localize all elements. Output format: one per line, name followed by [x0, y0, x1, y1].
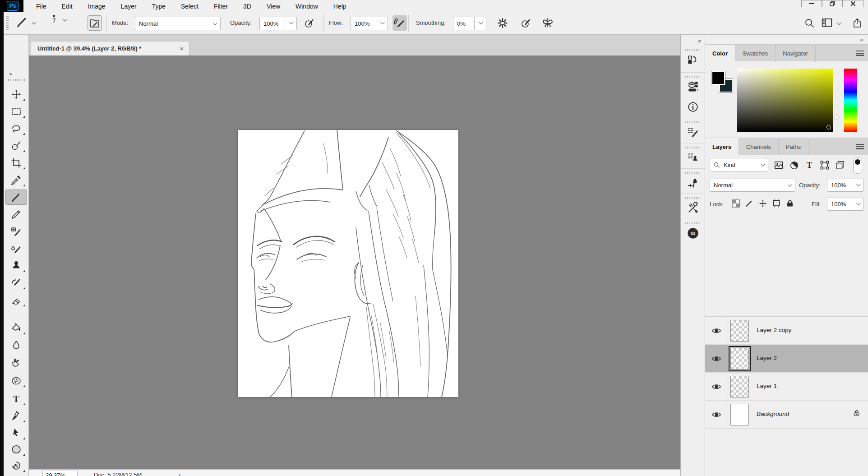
dock-collapse-button[interactable]: »: [860, 37, 863, 43]
tab-layers[interactable]: Layers: [705, 138, 739, 155]
menu-image[interactable]: Image: [88, 3, 106, 10]
layers-opacity-select[interactable]: 100%: [827, 179, 864, 192]
blend-mode-select[interactable]: Normal: [710, 179, 795, 192]
lock-position-icon[interactable]: [757, 198, 768, 209]
toolbar-expand-button[interactable]: »: [9, 71, 13, 77]
layer-name[interactable]: Layer 2: [757, 355, 777, 361]
tool-preset-picker[interactable]: [16, 16, 36, 28]
workspace-switcher[interactable]: [821, 17, 840, 28]
panel-grip[interactable]: [685, 49, 701, 51]
tool-crop[interactable]: [5, 155, 27, 171]
filter-shape-icon[interactable]: [819, 159, 831, 171]
layer-name[interactable]: Layer 1: [757, 383, 777, 389]
tool-presets-panel-icon[interactable]: [687, 202, 699, 214]
layer-thumbnail[interactable]: [730, 320, 749, 342]
hue-slider[interactable]: [844, 69, 857, 132]
smoothing-options-button[interactable]: [495, 15, 510, 31]
tool-mixer-brush[interactable]: [5, 241, 27, 256]
close-tab-icon[interactable]: ×: [174, 45, 189, 52]
tool-rotate-view[interactable]: [5, 458, 27, 473]
info-panel-icon[interactable]: [687, 101, 699, 113]
tool-eraser[interactable]: [5, 292, 27, 308]
symmetry-button[interactable]: [540, 15, 555, 31]
search-button[interactable]: [802, 15, 817, 31]
tab-color[interactable]: Color: [705, 45, 735, 62]
strip-expand-button[interactable]: «: [698, 38, 701, 44]
smoothing-select[interactable]: 0%: [453, 17, 486, 30]
menu-window[interactable]: Window: [295, 3, 318, 10]
lock-all-icon[interactable]: [785, 198, 795, 209]
document-canvas[interactable]: [238, 130, 458, 397]
layer-thumbnail-selected[interactable]: [730, 348, 749, 370]
properties-panel-icon[interactable]: [687, 80, 699, 93]
panel-menu-icon[interactable]: [856, 51, 864, 56]
airbrush-toggle-button[interactable]: [392, 15, 407, 31]
hue-slider-pointer[interactable]: [835, 115, 839, 120]
visibility-toggle[interactable]: [705, 345, 728, 373]
tab-channels[interactable]: Channels: [739, 138, 779, 155]
layer-row-layer-2-copy[interactable]: Layer 2 copy: [705, 317, 868, 345]
tab-paths[interactable]: Paths: [779, 138, 808, 155]
tool-move[interactable]: [5, 87, 27, 102]
tool-blur[interactable]: [5, 337, 27, 353]
visibility-toggle[interactable]: [705, 373, 728, 401]
brushes-panel-icon[interactable]: [687, 176, 699, 189]
document-tab[interactable]: Untitled-1 @ 39.4% (Layer 2, RGB/8) * ×: [31, 41, 189, 55]
toggle-brush-settings-button[interactable]: [88, 15, 102, 31]
panel-menu-icon[interactable]: [856, 144, 864, 149]
opacity-dropdown-button[interactable]: [285, 17, 296, 30]
pressure-size-button[interactable]: [519, 15, 533, 31]
tool-sponge[interactable]: [5, 373, 27, 388]
filter-image-icon[interactable]: [773, 159, 785, 171]
restore-button[interactable]: [822, 0, 843, 7]
brush-settings-panel-icon[interactable]: [687, 126, 699, 139]
fill-dropdown-button[interactable]: [852, 198, 863, 210]
menu-edit[interactable]: Edit: [62, 3, 73, 10]
tool-pen[interactable]: [5, 408, 27, 424]
share-button[interactable]: [850, 15, 864, 31]
canvas-workspace[interactable]: [29, 55, 680, 469]
filter-smart-object-icon[interactable]: [834, 159, 846, 171]
panel-grip[interactable]: [685, 121, 701, 123]
filter-adjustment-icon[interactable]: [788, 159, 800, 171]
tool-smudge[interactable]: [5, 355, 27, 370]
tool-ellipse[interactable]: [5, 442, 27, 457]
lock-transparent-pixels-icon[interactable]: [730, 198, 741, 209]
layer-name[interactable]: Layer 2 copy: [757, 327, 791, 333]
menu-3d[interactable]: 3D: [243, 3, 251, 10]
smoothing-dropdown-button[interactable]: [474, 17, 486, 30]
visibility-toggle[interactable]: [705, 317, 728, 345]
toolbar-grip[interactable]: [8, 79, 25, 81]
menu-filter[interactable]: Filter: [214, 3, 228, 10]
mode-select[interactable]: Normal: [135, 17, 221, 30]
tool-history-brush[interactable]: [5, 275, 27, 291]
pressure-opacity-button[interactable]: [302, 15, 317, 31]
opacity-dropdown-button[interactable]: [852, 179, 863, 191]
menu-layer[interactable]: Layer: [121, 3, 137, 10]
tool-lasso[interactable]: [5, 121, 27, 136]
opacity-select[interactable]: 100%: [259, 17, 297, 30]
tool-brush[interactable]: [5, 189, 27, 205]
tool-pencil[interactable]: [5, 207, 27, 222]
status-options-chevron[interactable]: ›: [179, 471, 180, 476]
panel-grip[interactable]: [685, 197, 701, 199]
layer-row-layer-1[interactable]: Layer 1: [705, 373, 868, 401]
panel-grip[interactable]: [685, 222, 701, 224]
saturation-brightness-field[interactable]: [737, 69, 833, 132]
panel-grip[interactable]: [685, 76, 701, 78]
menu-type[interactable]: Type: [152, 3, 166, 10]
menu-view[interactable]: View: [267, 3, 280, 10]
color-cursor[interactable]: [826, 125, 831, 129]
tool-clone-stamp[interactable]: [5, 258, 27, 273]
tool-path-selection[interactable]: [5, 425, 27, 441]
tool-paint-bucket[interactable]: [5, 320, 27, 336]
lock-image-pixels-icon[interactable]: [744, 198, 755, 209]
brush-preset-picker[interactable]: 7: [52, 14, 66, 24]
creative-cloud-icon[interactable]: ∞: [687, 227, 699, 240]
clone-source-panel-icon[interactable]: [687, 151, 699, 164]
tool-eyedropper[interactable]: [5, 172, 27, 188]
panel-grip[interactable]: [685, 147, 701, 148]
tool-color-replacement[interactable]: [5, 224, 27, 239]
layer-thumbnail[interactable]: [730, 404, 749, 425]
filter-type-icon[interactable]: T: [803, 159, 815, 171]
